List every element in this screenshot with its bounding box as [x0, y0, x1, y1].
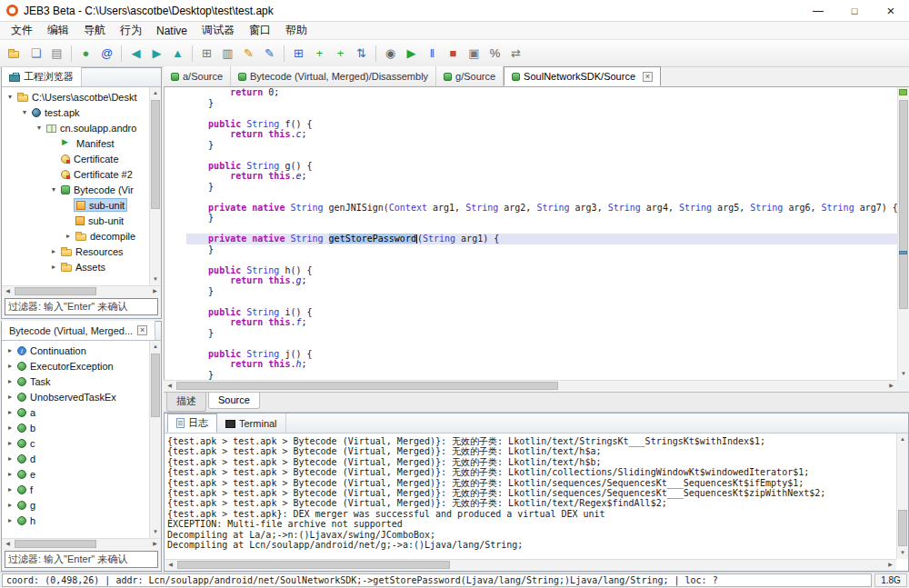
code-line[interactable]: public String i() { [186, 307, 897, 318]
search-icon[interactable]: ◉ [380, 43, 401, 64]
code-line[interactable]: return this.g; [186, 275, 897, 286]
code-line[interactable]: public String f() { [186, 119, 897, 130]
tab-bytecode-hierarchy[interactable]: Bytecode (Virtual, Merged... × [2, 321, 155, 340]
tree-item-sub-unit[interactable]: sub-unit [2, 197, 149, 213]
maximize-button[interactable]: □ [836, 0, 873, 21]
log-vscroll[interactable]: ▲ ▼ [896, 434, 908, 559]
comment-icon[interactable]: ✎ [259, 43, 280, 64]
expand-arrow-icon[interactable]: ▸ [5, 424, 15, 432]
code-line[interactable]: } [186, 370, 897, 381]
code-line[interactable] [186, 192, 897, 203]
menu-item[interactable]: 窗口 [242, 21, 278, 40]
editor-tab-soulnetworksdk-source[interactable]: SoulNetworkSDK/Source× [504, 66, 661, 86]
scroll-down-icon[interactable]: ▼ [150, 274, 161, 285]
menu-native[interactable]: Native [149, 23, 195, 39]
code-line[interactable] [186, 108, 897, 119]
scroll-left-icon[interactable]: ◀ [164, 381, 175, 391]
menu-item[interactable]: 调试器 [195, 21, 242, 40]
expand-arrow-icon[interactable]: ▸ [5, 346, 15, 354]
expand-arrow-icon[interactable]: ▸ [5, 377, 15, 385]
collapse-arrow-icon[interactable]: ▾ [5, 93, 15, 101]
scroll-down-icon[interactable]: ▼ [150, 526, 161, 538]
project-tree-hscroll[interactable]: ◀ ▶ [2, 285, 161, 296]
console-view-icon[interactable]: ▥ [217, 43, 238, 64]
project-tree-vscroll[interactable]: ▲ ▼ [149, 87, 161, 285]
percent-icon[interactable]: % [484, 43, 505, 64]
swap-icon[interactable]: ⇄ [505, 43, 526, 64]
scrollbar-thumb[interactable] [899, 100, 908, 309]
scroll-right-icon[interactable]: ▶ [149, 286, 161, 296]
snapshot-icon[interactable]: ▣ [464, 43, 484, 64]
scroll-left-icon[interactable]: ◀ [2, 539, 14, 549]
scroll-down-icon[interactable]: ▼ [898, 368, 909, 380]
tree-item-test-apk[interactable]: ▾test.apk [2, 105, 149, 120]
menu-item[interactable]: 帮助 [278, 21, 315, 40]
scroll-right-icon[interactable]: ▶ [885, 381, 897, 391]
scrollbar-thumb[interactable] [176, 382, 558, 390]
expand-arrow-icon[interactable]: ▸ [5, 454, 15, 463]
expand-arrow-icon[interactable]: ▸ [48, 263, 59, 271]
tree-item-decompile[interactable]: ▸decompile [2, 228, 149, 244]
scroll-right-icon[interactable]: ▶ [149, 539, 161, 549]
tree-item-g[interactable]: ▸g [2, 497, 149, 513]
tree-item-assets[interactable]: ▸Assets [2, 259, 149, 274]
stop-icon[interactable]: ■ [443, 43, 464, 64]
bytecode-tree-hscroll[interactable]: ◀ ▶ [2, 538, 161, 549]
scroll-up-icon[interactable]: ▲ [897, 434, 908, 445]
minimize-button[interactable]: — [800, 0, 836, 21]
menu-item[interactable]: 导航 [76, 21, 113, 40]
scrollbar-thumb[interactable] [15, 540, 96, 548]
bytecode-filter-input[interactable] [5, 551, 158, 568]
expand-arrow-icon[interactable]: ▸ [48, 247, 59, 255]
editor-tab-g-source[interactable]: g/Source [436, 66, 504, 86]
scrollbar-thumb[interactable] [898, 510, 907, 546]
menu-item[interactable]: 文件 [4, 21, 40, 40]
menu-item[interactable]: 行为 [113, 21, 149, 40]
tree-item-certificate[interactable]: Certificate [2, 151, 149, 166]
fragment-tab-source[interactable]: Source [208, 393, 260, 409]
new-view-icon[interactable]: ⊞ [196, 43, 217, 64]
tree-item-resources[interactable]: ▸Resources [2, 244, 149, 259]
scrollbar-thumb[interactable] [15, 287, 96, 295]
tree-item-cn-soulapp-andro[interactable]: ▾cn.soulapp.andro [2, 120, 149, 135]
expand-arrow-icon[interactable]: ▸ [5, 501, 15, 509]
print-icon[interactable]: ▤ [46, 43, 67, 64]
tree-item-executorexception[interactable]: ▸ExecutorException [2, 358, 149, 374]
project-filter-input[interactable] [5, 298, 158, 315]
code-line[interactable]: } [186, 328, 897, 339]
code-line[interactable]: } [186, 213, 897, 224]
code-line[interactable] [186, 296, 897, 307]
tree-item-d[interactable]: ▸d [2, 451, 149, 466]
expand-arrow-icon[interactable]: ▸ [5, 516, 15, 524]
menu-item[interactable]: 编辑 [40, 21, 76, 40]
tab-project-browser[interactable]: 工程浏览器 [2, 67, 82, 86]
scroll-up-icon[interactable]: ▲ [150, 341, 161, 353]
code-line[interactable]: } [186, 286, 897, 297]
scroll-right-icon[interactable]: ▶ [884, 560, 896, 570]
code-line[interactable]: } [186, 182, 897, 193]
tree-item-certificate-2[interactable]: Certificate #2 [2, 166, 149, 182]
tree-item-bytecode-vir[interactable]: ▾Bytecode (Vir [2, 182, 149, 197]
code-area[interactable]: return 0; } public String f() { return t… [165, 87, 897, 380]
code-line[interactable]: return this.e; [186, 171, 897, 182]
tree-item-manifest[interactable]: Manifest [2, 135, 149, 151]
code-vscroll[interactable]: ▲ ▼ [897, 87, 909, 380]
tree-item-a[interactable]: ▸a [2, 404, 149, 420]
expand-arrow-icon[interactable]: ▸ [5, 439, 15, 447]
bytecode-tree-vscroll[interactable]: ▲ ▼ [149, 341, 161, 538]
scroll-left-icon[interactable]: ◀ [165, 560, 176, 570]
expand-arrow-icon[interactable]: ▸ [5, 393, 15, 401]
expand-arrow-icon[interactable]: ▸ [63, 232, 74, 240]
tree-item-continuation[interactable]: ▸Continuation [2, 343, 149, 358]
scrollbar-thumb[interactable] [177, 561, 450, 569]
editor-tab-a-source[interactable]: a/Source [164, 66, 231, 86]
scroll-down-icon[interactable]: ▼ [897, 547, 908, 559]
navigate-forward-icon[interactable]: ▶ [146, 43, 167, 64]
globe-icon[interactable]: ● [75, 43, 96, 64]
code-line[interactable]: return this.c; [186, 129, 897, 140]
open-file-icon[interactable] [5, 43, 25, 64]
code-line[interactable] [186, 224, 897, 234]
collapse-arrow-icon[interactable]: ▾ [34, 124, 45, 132]
tree-item-c-users-ascotbe-deskt[interactable]: ▾C:\Users\ascotbe\Deskt [2, 89, 149, 105]
log-tab-item[interactable]: 日志 [167, 414, 217, 433]
